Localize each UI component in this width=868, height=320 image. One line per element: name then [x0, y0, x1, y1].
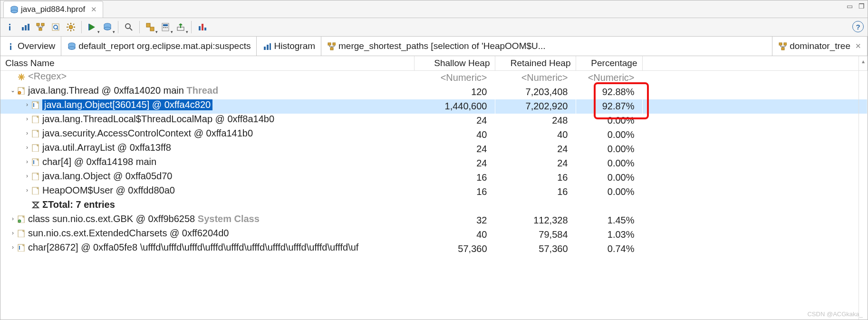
file-tab-bar: java_pid884.hprof ✕ ▭ ❐	[0, 0, 868, 18]
row-label: ΣTotal: 7 entries	[42, 199, 115, 210]
numeric-filter[interactable]: <Numeric>	[576, 71, 642, 85]
calc-button[interactable]: ▾	[159, 20, 172, 34]
chevron-right-icon[interactable]: ›	[23, 130, 31, 136]
gear-button[interactable]	[64, 20, 77, 34]
numeric-filter[interactable]: <Numeric>	[495, 71, 576, 85]
numeric-filter[interactable]: <Numeric>	[414, 71, 495, 85]
oql-button[interactable]	[49, 20, 62, 34]
db-button[interactable]: ▾	[101, 20, 114, 34]
chevron-right-icon[interactable]: ›	[23, 173, 31, 179]
cell-retained: 7,202,920	[495, 99, 576, 114]
row-label: java.lang.Thread @ 0xffa14020 main	[28, 85, 184, 96]
overview-button[interactable]	[3, 20, 17, 34]
restore-icon[interactable]: ❐	[858, 2, 865, 10]
cell-pct: 0.00%	[576, 114, 642, 128]
col-percentage[interactable]: Percentage	[576, 56, 642, 71]
minimize-icon[interactable]: ▭	[847, 2, 853, 10]
help-icon[interactable]: ?	[852, 21, 864, 32]
chevron-right-icon[interactable]: ›	[23, 116, 31, 122]
obj-icon	[31, 115, 39, 123]
obj-icon	[17, 229, 25, 237]
chevron-right-icon[interactable]: ›	[23, 101, 31, 108]
table-row[interactable]: ›class sun.nio.cs.ext.GBK @ 0xff9b6258 S…	[0, 213, 868, 228]
tab-histogram[interactable]: Histogram	[257, 37, 321, 56]
table-row[interactable]: ›java.security.AccessControlContext @ 0x…	[0, 128, 868, 142]
file-tab-title: java_pid884.hprof	[21, 5, 85, 14]
chevron-right-icon[interactable]: ›	[23, 187, 31, 194]
cell-shallow: 40	[414, 228, 495, 242]
scrollbar[interactable]: ▴	[858, 56, 868, 320]
cell-shallow: 40	[414, 128, 495, 142]
search-button[interactable]	[122, 20, 135, 34]
cell-retained: 40	[495, 128, 576, 142]
cell-retained	[495, 199, 576, 213]
row-label: java.security.AccessControlContext @ 0xf…	[42, 128, 253, 138]
tab-label: default_report org.eclipse.mat.api:suspe…	[78, 41, 251, 51]
col-class-name[interactable]: Class Name	[0, 56, 414, 71]
table-row[interactable]: ⌄java.lang.Thread @ 0xffa14020 main Thre…	[0, 85, 868, 99]
tab-merge-shortest-paths[interactable]: merge_shortest_paths [selection of 'Heap…	[321, 37, 772, 56]
run-button[interactable]: ▾	[86, 20, 99, 34]
chevron-right-icon[interactable]: ›	[9, 230, 17, 236]
table-row[interactable]: ›HeapOOM$User @ 0xffdd80a016160.00%	[0, 185, 868, 199]
cell-retained: 112,328	[495, 213, 576, 228]
table-row[interactable]: ›java.lang.ThreadLocal$ThreadLocalMap @ …	[0, 114, 868, 128]
regex-icon	[17, 72, 25, 81]
cell-retained: 57,360	[495, 242, 576, 256]
obj-icon	[31, 129, 39, 137]
filter-row[interactable]: <Regex> <Numeric> <Numeric> <Numeric>	[0, 71, 868, 85]
table-row[interactable]: ›sun.nio.cs.ext.ExtendedCharsets @ 0xff6…	[0, 228, 868, 242]
tree-icon	[778, 42, 787, 50]
cell-pct: 0.00%	[576, 128, 642, 142]
db-icon	[67, 42, 76, 50]
table-row[interactable]: ›char[4] @ 0xffa14198 main24240.00%	[0, 156, 868, 171]
table-row[interactable]: ›java.lang.Object @ 0xffa05d7016160.00%	[0, 171, 868, 185]
tab-dominator-tree[interactable]: dominator_tree ✕	[772, 37, 868, 56]
cell-shallow: 16	[414, 185, 495, 199]
sum-icon	[31, 200, 39, 209]
row-label: java.lang.Object @ 0xffa05d70	[42, 171, 172, 181]
cell-shallow: 24	[414, 156, 495, 171]
close-icon[interactable]: ✕	[855, 42, 861, 50]
cell-pct	[576, 199, 642, 213]
dominator-tree-button[interactable]	[34, 20, 47, 34]
obj-icon	[31, 172, 39, 180]
chevron-right-icon[interactable]: ›	[23, 158, 31, 165]
row-suffix: System Class	[195, 213, 260, 224]
cell-shallow: 16	[414, 171, 495, 185]
chevron-right-icon[interactable]: ›	[9, 215, 17, 222]
close-icon[interactable]: ✕	[91, 5, 97, 14]
bars-icon	[262, 42, 271, 50]
table-row[interactable]: ›java.lang.Object[360145] @ 0xffa4c8201,…	[0, 99, 868, 114]
cell-pct: 1.45%	[576, 213, 642, 228]
row-label: class sun.nio.cs.ext.GBK @ 0xff9b6258	[28, 213, 195, 224]
compare-button[interactable]	[195, 20, 209, 34]
chevron-right-icon[interactable]: ›	[9, 244, 17, 251]
obj-icon	[31, 143, 39, 152]
chevron-right-icon[interactable]: ›	[23, 144, 31, 151]
table-row[interactable]: ΣTotal: 7 entries	[0, 199, 868, 213]
chevron-down-icon[interactable]: ⌄	[9, 87, 17, 94]
tab-default-report[interactable]: default_report org.eclipse.mat.api:suspe…	[61, 37, 257, 56]
cell-pct: 0.00%	[576, 171, 642, 185]
export-button[interactable]: ▾	[174, 20, 187, 34]
table-header-row: Class Name Shallow Heap Retained Heap Pe…	[0, 56, 868, 71]
tab-label: dominator_tree	[790, 41, 850, 51]
cell-retained: 16	[495, 171, 576, 185]
tab-overview[interactable]: Overview	[0, 37, 61, 56]
regex-filter[interactable]: <Regex>	[28, 71, 67, 82]
cell-retained: 79,584	[495, 228, 576, 242]
row-suffix: Thread	[184, 85, 218, 96]
col-retained[interactable]: Retained Heap	[495, 56, 576, 71]
cell-pct: 92.87%	[576, 99, 642, 114]
histogram-button[interactable]	[19, 20, 32, 34]
obj-c-icon	[17, 214, 25, 223]
table-row[interactable]: ›char[28672] @ 0xffa05fe8 \ufffd\ufffd\u…	[0, 242, 868, 256]
col-shallow[interactable]: Shallow Heap	[414, 56, 495, 71]
cell-pct: 92.88%	[576, 85, 642, 99]
table-row[interactable]: ›java.util.ArrayList @ 0xffa13ff824240.0…	[0, 142, 868, 156]
cell-pct: 1.03%	[576, 228, 642, 242]
group-button[interactable]: ▾	[144, 20, 157, 34]
tree-icon	[327, 42, 336, 50]
file-tab[interactable]: java_pid884.hprof ✕	[3, 1, 103, 18]
